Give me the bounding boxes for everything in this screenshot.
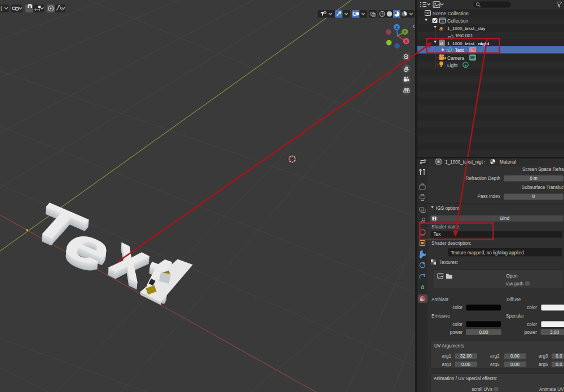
svg-text:Ambiant: Ambiant — [431, 297, 449, 302]
svg-text:a: a — [440, 39, 443, 46]
svg-text:Shader description:: Shader description: — [431, 241, 472, 246]
svg-text:Subsurface Translucency: Subsurface Translucency — [522, 185, 564, 190]
svg-text:arg6: arg6 — [539, 362, 548, 367]
svg-text:Diffuse: Diffuse — [506, 297, 521, 302]
svg-text:UV Arguments: UV Arguments — [434, 343, 464, 349]
svg-text:Tex: Tex — [434, 232, 441, 237]
svg-text:arg3: arg3 — [539, 354, 548, 359]
svg-text:0.00: 0.00 — [510, 362, 519, 367]
svg-text:Y: Y — [404, 30, 407, 34]
svg-text:0.00: 0.00 — [479, 330, 488, 335]
svg-text:Shader name:: Shader name: — [431, 224, 460, 230]
svg-text:3.00: 3.00 — [550, 330, 559, 335]
svg-text:color: color — [452, 322, 462, 327]
svg-text:color: color — [452, 305, 462, 310]
svg-text:Material: Material — [500, 160, 516, 165]
svg-text:Text.001: Text.001 — [455, 33, 473, 38]
svg-text:raw path: raw path — [506, 281, 524, 287]
svg-text:1_1000_tekst_ night: 1_1000_tekst_ night — [447, 41, 490, 46]
svg-text:power: power — [450, 330, 463, 335]
svg-text:|: | — [1, 6, 2, 11]
svg-text:0: 0 — [532, 194, 535, 199]
svg-text:Text: Text — [455, 47, 464, 53]
svg-text:X: X — [405, 39, 408, 43]
svg-text:Animate UV: Animate UV — [539, 387, 564, 392]
svg-text:0.0: 0.0 — [556, 354, 562, 359]
svg-text:Animation / UV Special effects: Animation / UV Special effects: — [434, 376, 497, 381]
svg-text:Scene Collection: Scene Collection — [433, 11, 469, 16]
svg-text:Refraction Depth: Refraction Depth — [466, 176, 501, 181]
svg-text:1_1000_tekst_nigt: 1_1000_tekst_nigt — [445, 160, 483, 165]
svg-text:a: a — [421, 283, 424, 290]
svg-text:power: power — [525, 330, 537, 335]
svg-text:32.00: 32.00 — [460, 354, 472, 359]
svg-text:Bind: Bind — [500, 216, 510, 221]
svg-text:scroll UVs: scroll UVs — [472, 387, 492, 392]
svg-text:0 m: 0 m — [530, 176, 537, 181]
svg-text:arg2: arg2 — [490, 354, 500, 359]
svg-text:Collection: Collection — [447, 18, 469, 24]
svg-text:0.00: 0.00 — [461, 362, 470, 367]
svg-text:a: a — [439, 25, 443, 32]
svg-text:Z: Z — [395, 25, 398, 29]
svg-text:Light: Light — [447, 63, 458, 68]
svg-text:color: color — [527, 305, 537, 310]
svg-text:Specular: Specular — [506, 314, 525, 319]
svg-text:color: color — [527, 322, 537, 327]
svg-text:arg1: arg1 — [442, 354, 452, 359]
svg-text:Emissive: Emissive — [431, 314, 450, 319]
svg-text:0.00: 0.00 — [510, 354, 519, 359]
svg-text:Screen Space Refraction: Screen Space Refraction — [522, 167, 564, 172]
svg-text:0.0: 0.0 — [556, 362, 562, 367]
svg-text:arg4: arg4 — [442, 362, 452, 367]
svg-text:1_1000_tekst._day: 1_1000_tekst._day — [447, 26, 486, 31]
svg-text:Texture mapped, no lighting ap: Texture mapped, no lighting applied — [451, 250, 525, 256]
svg-text:arg5: arg5 — [490, 362, 500, 367]
svg-text:Textures:: Textures: — [439, 260, 458, 265]
svg-text:Pass Index: Pass Index — [477, 194, 500, 199]
svg-text:Open: Open — [506, 274, 517, 279]
svg-text:IGS options: IGS options — [436, 206, 460, 211]
svg-text:Camera: Camera — [447, 55, 465, 61]
